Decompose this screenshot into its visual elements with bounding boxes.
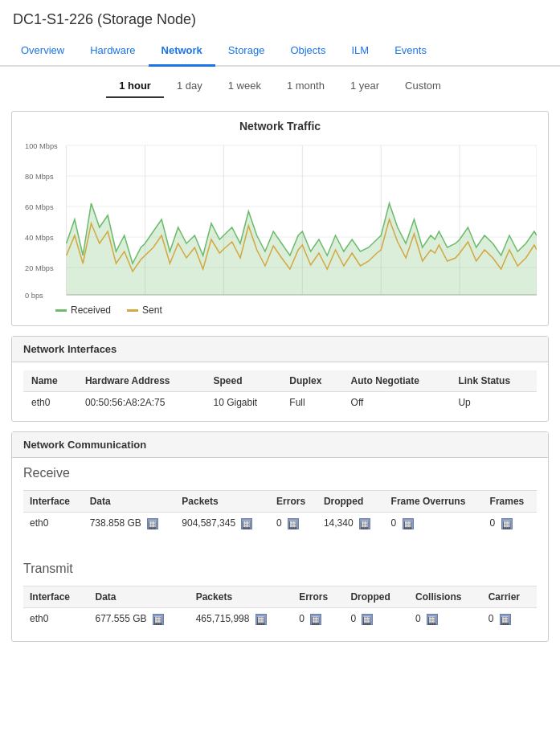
chart-icon[interactable]: ▦ — [427, 614, 438, 625]
svg-text:100 Mbps: 100 Mbps — [25, 142, 58, 150]
tx-cell-carrier: 0 ▦ — [482, 607, 537, 629]
rcv-col-frame-overruns: Frame Overruns — [385, 491, 484, 513]
rcv-col-data: Data — [84, 491, 176, 513]
tx-cell-data: 677.555 GB ▦ — [89, 607, 190, 629]
chart-icon[interactable]: ▦ — [153, 614, 164, 625]
receive-table: Interface Data Packets Errors Dropped Fr… — [23, 490, 537, 534]
col-name: Name — [23, 370, 77, 392]
rcv-cell-errors: 0 ▦ — [270, 513, 317, 534]
svg-text:80 Mbps: 80 Mbps — [25, 173, 54, 181]
tx-col-dropped: Dropped — [344, 586, 409, 607]
table-row: eth0 738.858 GB ▦ 904,587,345 ▦ 0 ▦ 14, — [23, 513, 537, 534]
chart-icon[interactable]: ▦ — [359, 518, 370, 529]
col-link-status: Link Status — [450, 370, 537, 392]
network-interfaces-header: Network Interfaces — [12, 337, 548, 362]
col-speed: Speed — [205, 370, 281, 392]
table-row: eth0 00:50:56:A8:2A:75 10 Gigabit Full O… — [23, 392, 537, 414]
tab-objects[interactable]: Objects — [277, 36, 338, 65]
legend-sent: Sent — [127, 304, 162, 316]
col-duplex: Duplex — [281, 370, 342, 392]
chart-icon[interactable]: ▦ — [310, 614, 321, 625]
legend-received: Received — [55, 304, 111, 316]
transmit-label: Transmit — [12, 554, 548, 581]
tx-col-errors: Errors — [292, 586, 344, 607]
rcv-col-frames: Frames — [484, 491, 537, 513]
col-hardware-address: Hardware Address — [77, 370, 206, 392]
page-title: DC1-S1-226 (Storage Node) — [0, 0, 560, 36]
time-tab-1hour[interactable]: 1 hour — [106, 75, 164, 98]
receive-table-wrap: Interface Data Packets Errors Dropped Fr… — [12, 485, 548, 546]
tx-cell-collisions: 0 ▦ — [409, 607, 482, 629]
cell-auto-negotiate: Off — [343, 392, 451, 414]
time-tab-1week[interactable]: 1 week — [215, 75, 274, 98]
chart-icon[interactable]: ▦ — [255, 614, 267, 625]
rcv-col-dropped: Dropped — [317, 491, 385, 513]
network-communication-header: Network Communication — [12, 432, 548, 458]
chart-legend: Received Sent — [23, 300, 537, 317]
tx-cell-interface: eth0 — [23, 607, 89, 629]
network-interfaces-table: Name Hardware Address Speed Duplex Auto … — [23, 370, 537, 413]
svg-text:20 Mbps: 20 Mbps — [25, 264, 54, 272]
receive-label: Receive — [12, 458, 548, 485]
cell-link-status: Up — [450, 392, 537, 414]
svg-text:0 bps: 0 bps — [25, 292, 43, 300]
chart-icon[interactable]: ▦ — [501, 518, 513, 529]
rcv-cell-packets: 904,587,345 ▦ — [175, 513, 270, 534]
tx-col-collisions: Collisions — [409, 586, 482, 607]
transmit-table: Interface Data Packets Errors Dropped Co… — [23, 586, 537, 630]
tab-ilm[interactable]: ILM — [338, 36, 382, 65]
time-tab-custom[interactable]: Custom — [392, 75, 454, 98]
tx-col-packets: Packets — [190, 586, 292, 607]
chart-icon[interactable]: ▦ — [362, 614, 373, 625]
svg-text:40 Mbps: 40 Mbps — [25, 234, 54, 242]
tx-cell-errors: 0 ▦ — [292, 607, 344, 629]
time-tab-1month[interactable]: 1 month — [274, 75, 337, 98]
nav-tabs: Overview Hardware Network Storage Object… — [0, 36, 560, 67]
time-tabs: 1 hour 1 day 1 week 1 month 1 year Custo… — [0, 67, 560, 104]
rcv-cell-frame-overruns: 0 ▦ — [385, 513, 484, 534]
cell-speed: 10 Gigabit — [205, 392, 281, 414]
tx-col-carrier: Carrier — [482, 586, 537, 607]
col-auto-negotiate: Auto Negotiate — [343, 370, 451, 392]
time-tab-1day[interactable]: 1 day — [164, 75, 215, 98]
cell-hardware-address: 00:50:56:A8:2A:75 — [77, 392, 206, 414]
tab-hardware[interactable]: Hardware — [77, 36, 148, 65]
chart-icon[interactable]: ▦ — [500, 614, 511, 625]
rcv-cell-dropped: 14,340 ▦ — [317, 513, 385, 534]
svg-marker-25 — [67, 203, 537, 295]
chart-area: 100 Mbps 80 Mbps 60 Mbps 40 Mbps 20 Mbps… — [23, 139, 537, 300]
rcv-cell-frames: 0 ▦ — [484, 513, 537, 534]
chart-icon[interactable]: ▦ — [147, 518, 158, 529]
tx-col-data: Data — [89, 586, 190, 607]
transmit-table-wrap: Interface Data Packets Errors Dropped Co… — [12, 581, 548, 641]
chart-icon[interactable]: ▦ — [241, 518, 252, 529]
network-interfaces-section: Network Interfaces Name Hardware Address… — [11, 336, 549, 422]
chart-title: Network Traffic — [23, 120, 537, 133]
tx-cell-dropped: 0 ▦ — [344, 607, 409, 629]
table-row: eth0 677.555 GB ▦ 465,715,998 ▦ 0 ▦ 0 — [23, 607, 537, 629]
tab-network[interactable]: Network — [149, 36, 215, 67]
rcv-cell-interface: eth0 — [23, 513, 84, 534]
time-tab-1year[interactable]: 1 year — [337, 75, 392, 98]
tab-overview[interactable]: Overview — [8, 36, 77, 65]
rcv-col-errors: Errors — [270, 491, 317, 513]
cell-duplex: Full — [281, 392, 342, 414]
chart-icon[interactable]: ▦ — [403, 518, 414, 529]
svg-text:60 Mbps: 60 Mbps — [25, 203, 54, 211]
chart-icon[interactable]: ▦ — [288, 518, 299, 529]
rcv-col-packets: Packets — [175, 491, 270, 513]
chart-section: Network Traffic 100 Mbps 80 Mbps 60 Mbps… — [11, 111, 549, 326]
tab-events[interactable]: Events — [382, 36, 439, 65]
rcv-cell-data: 738.858 GB ▦ — [84, 513, 176, 534]
tx-col-interface: Interface — [23, 586, 89, 607]
network-communication-section: Network Communication Receive Interface … — [11, 431, 549, 642]
rcv-col-interface: Interface — [23, 491, 84, 513]
tab-storage[interactable]: Storage — [215, 36, 278, 65]
tx-cell-packets: 465,715,998 ▦ — [190, 607, 292, 629]
cell-name: eth0 — [23, 392, 77, 414]
